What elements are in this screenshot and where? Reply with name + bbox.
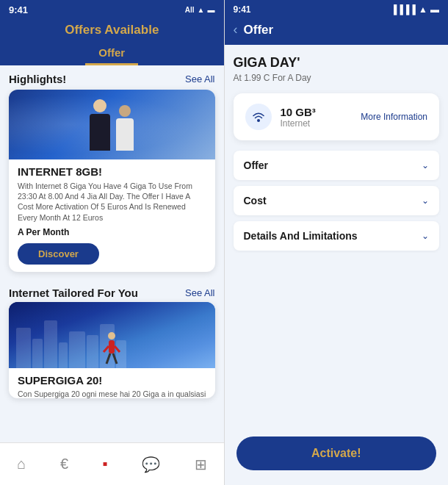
- data-amount: 10 GB³: [281, 106, 353, 118]
- more-info-button[interactable]: More Information: [361, 112, 427, 122]
- promo-card-1: INTERNET 8GB! With Internet 8 Giga You H…: [9, 90, 215, 272]
- figure-1-body: [90, 114, 110, 151]
- back-button[interactable]: ‹: [234, 22, 238, 37]
- promo-price-1: A Per Month: [18, 227, 206, 237]
- battery-icon: ▬: [208, 6, 215, 14]
- figure-2-head: [119, 105, 131, 117]
- nav-chat[interactable]: 💬: [136, 453, 166, 476]
- right-status-icons: ▐▐▐▐ ▲ ▬: [391, 4, 439, 15]
- right-footer: Activate!: [225, 428, 449, 485]
- promo-content-1: INTERNET 8GB! With Internet 8 Giga You H…: [9, 159, 215, 272]
- section2-see-all[interactable]: See All: [185, 287, 214, 298]
- chevron-cost-icon: ⌄: [422, 195, 429, 206]
- building-3: [44, 320, 57, 368]
- right-wifi-icon: ▲: [419, 4, 427, 15]
- left-status-bar: 9:41 All ▲ ▬: [0, 0, 224, 18]
- promo-desc-1: With Internet 8 Giga You Have 4 Giga To …: [18, 181, 206, 223]
- discover-button[interactable]: Discover: [18, 243, 99, 265]
- svg-point-0: [108, 332, 115, 340]
- euro-icon: €: [60, 456, 68, 473]
- promo-desc-2: Con Supergiga 20 ogni mese hai 20 Giga a…: [9, 389, 215, 398]
- svg-line-3: [115, 346, 120, 352]
- figure-2-body: [116, 118, 134, 151]
- right-battery-icon: ▬: [430, 4, 439, 15]
- grid-icon: ⊞: [195, 456, 207, 473]
- promo-image2-inner: [9, 302, 215, 368]
- left-header-title: Offers Available: [0, 18, 224, 43]
- building-5: [69, 331, 85, 368]
- people-figures: [90, 99, 134, 151]
- offer-subtitle: At 1.99 C For A Day: [234, 73, 440, 83]
- tab-offer[interactable]: Offer: [85, 43, 138, 65]
- right-status-bar: 9:41 ▐▐▐▐ ▲ ▬: [225, 0, 449, 18]
- data-label: Internet: [281, 118, 353, 129]
- svg-line-4: [106, 353, 110, 364]
- wifi-data-icon: [252, 110, 265, 123]
- accordion-details-label: Details And Limitations: [244, 230, 358, 242]
- accordion-offer[interactable]: Offer ⌄: [234, 151, 440, 180]
- offer-main-title: GIGA DAY': [234, 55, 440, 71]
- chevron-details-icon: ⌄: [422, 231, 429, 241]
- promo-image-inner: [9, 90, 215, 159]
- svg-line-5: [113, 353, 117, 364]
- accordion-offer-label: Offer: [244, 159, 268, 171]
- data-icon-circle: [245, 104, 272, 130]
- promo-name-1: INTERNET 8GB!: [18, 165, 206, 178]
- building-1: [16, 328, 31, 368]
- promo-image-1: [9, 90, 215, 159]
- right-header: ‹ Offer: [225, 18, 449, 45]
- bottom-nav: ⌂ € ▪ 💬 ⊞: [0, 442, 224, 485]
- figure-1-head: [93, 99, 106, 112]
- dance-figure-svg: [101, 331, 123, 364]
- nav-sim[interactable]: ▪: [97, 453, 114, 475]
- section1-title: Highlights!: [9, 73, 66, 85]
- accordion-cost[interactable]: Cost ⌄: [234, 186, 440, 215]
- carrier-label: All: [185, 6, 195, 14]
- left-panel: 9:41 All ▲ ▬ Offers Available Offer High…: [0, 0, 224, 485]
- nav-euro[interactable]: €: [54, 453, 74, 475]
- right-time: 9:41: [234, 4, 251, 15]
- wifi-icon: ▲: [198, 6, 205, 14]
- svg-rect-1: [109, 340, 115, 353]
- data-info: 10 GB³ Internet: [281, 106, 353, 129]
- left-status-icons: All ▲ ▬: [185, 6, 215, 14]
- chevron-offer-icon: ⌄: [422, 160, 429, 170]
- building-4: [59, 342, 68, 368]
- sim-icon: ▪: [103, 456, 108, 473]
- building-6: [87, 335, 98, 368]
- figure-2: [116, 105, 134, 151]
- right-content: GIGA DAY' At 1.99 C For A Day 10 GB³ Int…: [225, 45, 449, 428]
- figure-1: [90, 99, 110, 151]
- right-header-title: Offer: [244, 23, 274, 37]
- chat-icon: 💬: [142, 456, 160, 473]
- right-panel: 9:41 ▐▐▐▐ ▲ ▬ ‹ Offer GIGA DAY' At 1.99 …: [225, 0, 449, 485]
- section2-title: Internet Tailored For You: [9, 287, 138, 299]
- svg-point-6: [257, 119, 260, 122]
- right-signal-icon: ▐▐▐▐: [391, 4, 416, 15]
- scroll-content: Highlights! See All: [0, 65, 224, 485]
- nav-home[interactable]: ⌂: [11, 453, 32, 475]
- data-card: 10 GB³ Internet More Information: [234, 93, 440, 140]
- tabs-row: Offer: [0, 43, 224, 65]
- section2-header: Internet Tailored For You See All: [0, 281, 224, 302]
- accordion-details[interactable]: Details And Limitations ⌄: [234, 221, 440, 251]
- activate-button[interactable]: Activate!: [236, 436, 437, 470]
- promo-image-2: [9, 302, 215, 368]
- svg-line-2: [104, 346, 109, 352]
- section1-header: Highlights! See All: [0, 65, 224, 90]
- promo-name-2: SUPERGIGA 20!: [9, 368, 215, 389]
- promo-card-2: SUPERGIGA 20! Con Supergiga 20 ogni mese…: [9, 302, 215, 398]
- accordion-cost-label: Cost: [244, 195, 267, 206]
- home-icon: ⌂: [17, 456, 26, 473]
- section1-see-all[interactable]: See All: [185, 73, 214, 85]
- nav-grid[interactable]: ⊞: [189, 453, 213, 476]
- left-time: 9:41: [9, 4, 28, 15]
- building-2: [32, 339, 43, 368]
